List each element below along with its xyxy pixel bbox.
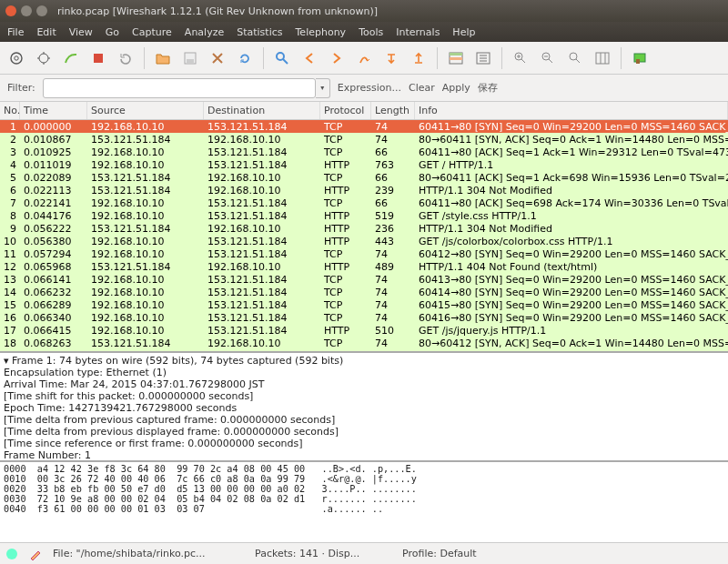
menu-help[interactable]: Help <box>452 26 475 38</box>
col-protocol[interactable]: Protocol <box>320 102 371 119</box>
capture-filters-icon[interactable] <box>629 47 651 69</box>
toolbar <box>0 42 728 75</box>
svg-point-2 <box>39 54 48 63</box>
titlebar: rinko.pcap [Wireshark 1.12.1 (Git Rev Un… <box>0 0 728 22</box>
detail-line[interactable]: Frame Number: 1 <box>4 449 724 460</box>
options-icon[interactable] <box>33 47 55 69</box>
go-first-icon[interactable] <box>380 47 402 69</box>
svg-point-6 <box>277 53 284 60</box>
table-row[interactable]: 110.057294192.168.10.10153.121.51.184TCP… <box>0 247 728 260</box>
minimize-icon[interactable] <box>21 5 32 16</box>
filter-label: Filter: <box>7 82 35 94</box>
go-to-icon[interactable] <box>353 47 375 69</box>
svg-rect-14 <box>596 53 609 64</box>
filter-bar: Filter: ▾ Expression... Clear Apply 保存 <box>0 75 728 102</box>
maximize-icon[interactable] <box>36 5 47 16</box>
find-icon[interactable] <box>271 47 293 69</box>
table-row[interactable]: 70.022141192.168.10.10153.121.51.184TCP6… <box>0 196 728 209</box>
table-row[interactable]: 150.066289192.168.10.10153.121.51.184TCP… <box>0 298 728 311</box>
table-row[interactable]: 120.065968153.121.51.184192.168.10.10HTT… <box>0 260 728 273</box>
status-packets: Packets: 141 · Disp... <box>255 548 391 559</box>
detail-line[interactable]: [Time shift for this packet: 0.000000000… <box>4 390 724 402</box>
expert-info-icon[interactable] <box>5 548 18 560</box>
menu-capture[interactable]: Capture <box>132 26 172 38</box>
colorize-icon[interactable] <box>445 47 467 69</box>
table-row[interactable]: 10.000000192.168.10.10153.121.51.184TCP7… <box>0 120 728 133</box>
go-last-icon[interactable] <box>408 47 430 69</box>
interfaces-icon[interactable] <box>5 47 27 69</box>
zoom-reset-icon[interactable] <box>564 47 586 69</box>
col-info[interactable]: Info <box>415 102 728 119</box>
col-time[interactable]: Time <box>20 102 87 119</box>
svg-rect-16 <box>636 59 640 64</box>
save-icon[interactable] <box>179 47 201 69</box>
start-capture-icon[interactable] <box>60 47 82 69</box>
table-row[interactable]: 60.022113153.121.51.184192.168.10.10HTTP… <box>0 184 728 196</box>
open-icon[interactable] <box>152 47 174 69</box>
resize-columns-icon[interactable] <box>592 47 613 69</box>
menu-edit[interactable]: Edit <box>36 26 56 38</box>
close-file-icon[interactable] <box>207 47 228 69</box>
detail-line[interactable]: ▾ Frame 1: 74 bytes on wire (592 bits), … <box>4 355 724 367</box>
table-row[interactable]: 50.022089153.121.51.184192.168.10.10TCP6… <box>0 171 728 184</box>
reload-icon[interactable] <box>234 47 256 69</box>
table-row[interactable]: 180.068263153.121.51.184192.168.10.10TCP… <box>0 337 728 349</box>
table-row[interactable]: 130.066141192.168.10.10153.121.51.184TCP… <box>0 273 728 286</box>
menu-file[interactable]: File <box>7 26 24 38</box>
go-back-icon[interactable] <box>298 47 320 69</box>
edit-capture-icon[interactable] <box>29 548 42 560</box>
menu-go[interactable]: Go <box>106 26 119 38</box>
statusbar: File: "/home/shibata/rinko.pc... Packets… <box>0 542 728 564</box>
svg-point-1 <box>15 55 18 59</box>
menu-internals[interactable]: Internals <box>396 26 440 38</box>
table-row[interactable]: 20.010867153.121.51.184192.168.10.10TCP7… <box>0 133 728 146</box>
col-no[interactable]: No. <box>0 102 20 119</box>
table-row[interactable]: 170.066415192.168.10.10153.121.51.184HTT… <box>0 324 728 337</box>
filter-input[interactable] <box>43 78 316 98</box>
detail-line[interactable]: [Time delta from previous displayed fram… <box>4 426 724 438</box>
svg-rect-5 <box>187 59 194 63</box>
save-button[interactable]: 保存 <box>478 81 498 95</box>
menu-view[interactable]: View <box>69 26 93 38</box>
col-destination[interactable]: Destination <box>204 102 320 119</box>
table-row[interactable]: 160.066340192.168.10.10153.121.51.184TCP… <box>0 311 728 324</box>
detail-line[interactable]: [Time delta from previous captured frame… <box>4 414 724 426</box>
menu-tools[interactable]: Tools <box>359 26 383 38</box>
expression-button[interactable]: Expression... <box>338 82 401 94</box>
packet-details[interactable]: ▾ Frame 1: 74 bytes on wire (592 bits), … <box>0 351 728 460</box>
auto-scroll-icon[interactable] <box>472 47 494 69</box>
table-row[interactable]: 40.011019192.168.10.10153.121.51.184HTTP… <box>0 158 728 171</box>
col-source[interactable]: Source <box>87 102 204 119</box>
packet-list[interactable]: No. Time Source Destination Protocol Len… <box>0 102 728 351</box>
detail-line[interactable]: [Time since reference or first frame: 0.… <box>4 438 724 449</box>
status-profile: Profile: Default <box>402 548 477 559</box>
table-row[interactable]: 30.010925192.168.10.10153.121.51.184TCP6… <box>0 146 728 158</box>
svg-point-17 <box>6 549 17 559</box>
stop-capture-icon[interactable] <box>87 47 109 69</box>
svg-rect-9 <box>450 57 462 60</box>
table-row[interactable]: 140.066232192.168.10.10153.121.51.184TCP… <box>0 286 728 298</box>
svg-rect-8 <box>450 53 462 55</box>
status-file: File: "/home/shibata/rinko.pc... <box>53 548 244 559</box>
packet-bytes[interactable]: 0000 a4 12 42 3e f8 3c 64 80 99 70 2c a4… <box>0 460 728 542</box>
svg-point-0 <box>11 53 22 64</box>
go-forward-icon[interactable] <box>326 47 348 69</box>
clear-button[interactable]: Clear <box>409 82 435 94</box>
svg-rect-3 <box>94 54 103 63</box>
zoom-out-icon[interactable] <box>537 47 559 69</box>
table-row[interactable]: 90.056222153.121.51.184192.168.10.10HTTP… <box>0 222 728 235</box>
restart-capture-icon[interactable] <box>115 47 136 69</box>
menu-statistics[interactable]: Statistics <box>237 26 282 38</box>
detail-line[interactable]: Epoch Time: 1427139421.767298000 seconds <box>4 402 724 414</box>
close-icon[interactable] <box>5 5 16 16</box>
col-length[interactable]: Length <box>371 102 415 119</box>
table-row[interactable]: 80.044176192.168.10.10153.121.51.184HTTP… <box>0 209 728 222</box>
detail-line[interactable]: Arrival Time: Mar 24, 2015 04:37:01.7672… <box>4 378 724 390</box>
filter-dropdown-icon[interactable]: ▾ <box>316 78 330 98</box>
menu-analyze[interactable]: Analyze <box>185 26 224 38</box>
table-row[interactable]: 100.056380192.168.10.10153.121.51.184HTT… <box>0 235 728 247</box>
menu-telephony[interactable]: Telephony <box>296 26 347 38</box>
detail-line[interactable]: Encapsulation type: Ethernet (1) <box>4 367 724 378</box>
apply-button[interactable]: Apply <box>442 82 470 94</box>
zoom-in-icon[interactable] <box>510 47 531 69</box>
